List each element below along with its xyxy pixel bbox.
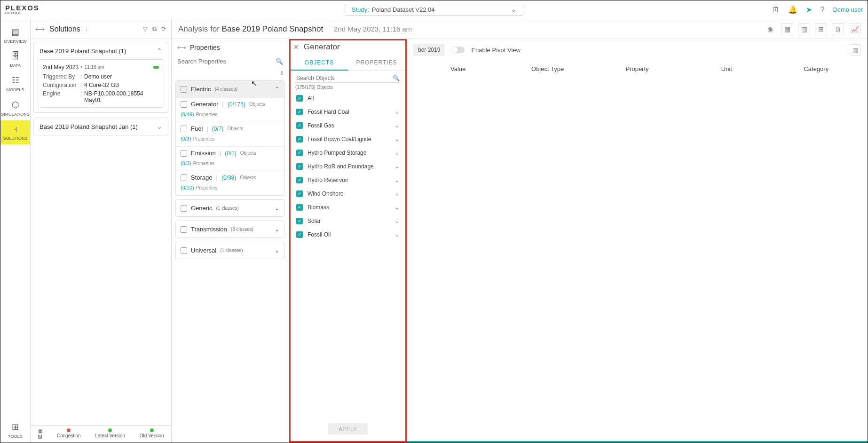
share-icon[interactable]: ➤ — [806, 5, 812, 14]
chevron-down-icon[interactable]: ⌄ — [395, 204, 400, 211]
object-row[interactable]: ✓Hydro Pumped Storage⌄ — [293, 146, 402, 159]
footer-old[interactable]: Old Version — [140, 428, 164, 440]
rail-overview[interactable]: ▤ OVERVIEW — [0, 23, 30, 47]
pivot-toggle[interactable] — [451, 47, 465, 53]
copy-icon[interactable]: ⧉ — [152, 25, 157, 33]
chevron-down-icon[interactable]: ⌄ — [395, 149, 400, 156]
class-storage[interactable]: Storage | (0/38) Objects (0/10)Propertie… — [176, 171, 284, 195]
chevron-down-icon[interactable]: ⌄ — [395, 163, 400, 170]
col-category[interactable]: Category — [772, 65, 861, 72]
checkbox[interactable] — [181, 205, 187, 212]
checkbox-checked[interactable]: ✓ — [296, 150, 303, 156]
rail-data[interactable]: 🗄 DATA — [0, 47, 30, 71]
footer-bi[interactable]: ▦BI — [38, 428, 42, 440]
col-property[interactable]: Property — [592, 65, 682, 72]
solution-header[interactable]: Base 2019 Poland Snapshot (1) ⌃ — [34, 42, 168, 59]
checkbox[interactable] — [181, 226, 187, 233]
object-row[interactable]: ✓Solar⌄ — [293, 214, 402, 228]
solution-header[interactable]: Base 2019 Poland Snapshot Jan (1) ⌄ — [34, 118, 168, 135]
dot-icon — [67, 428, 71, 432]
checkbox[interactable] — [181, 86, 187, 93]
checkbox-checked[interactable]: ✓ — [296, 190, 303, 197]
copy-icon[interactable]: 🗎 — [832, 23, 844, 35]
checkbox[interactable] — [181, 126, 187, 132]
rail-simulations[interactable]: ⬡ SIMULATIONS — [0, 96, 30, 120]
properties-search[interactable]: 🔍 — [176, 56, 284, 67]
checkbox-checked[interactable]: ✓ — [296, 95, 303, 102]
class-emission[interactable]: Emission | (0/1) Objects (0/3)Properties — [176, 146, 284, 171]
checkbox[interactable] — [181, 101, 187, 108]
category-header[interactable]: Electric (4 classes) ⌃ — [176, 81, 284, 97]
study-selector[interactable]: Study: Poland Dataset V22.04 ⌄ — [345, 4, 523, 16]
checkbox[interactable] — [181, 150, 187, 157]
checkbox[interactable] — [181, 174, 187, 181]
footer-latest[interactable]: Latest Version — [95, 428, 125, 440]
rail-models[interactable]: ☷ MODELS — [0, 71, 30, 96]
object-row[interactable]: ✓Hydro RoR and Poundage⌄ — [293, 159, 402, 173]
category-header[interactable]: Generic (1 classes) ⌄ — [176, 200, 284, 216]
expand-all-icon[interactable]: ⇕ — [172, 70, 289, 79]
object-row[interactable]: ✓Biomass⌄ — [293, 200, 402, 214]
category-header[interactable]: Transmission (3 classes) ⌄ — [176, 221, 284, 237]
checkbox-checked[interactable]: ✓ — [296, 218, 303, 224]
table-icon[interactable]: ▦ — [781, 23, 793, 35]
chevron-down-icon[interactable]: ⌄ — [395, 108, 400, 115]
tab-objects[interactable]: OBJECTS — [291, 55, 348, 71]
refresh-icon[interactable]: ⟳ — [161, 25, 166, 33]
checkbox-checked[interactable]: ✓ — [296, 177, 303, 183]
search-input[interactable] — [296, 75, 393, 81]
checkbox[interactable] — [181, 247, 187, 254]
checkbox-checked[interactable]: ✓ — [296, 109, 303, 115]
help-icon[interactable]: ? — [821, 6, 825, 14]
dot-icon — [150, 428, 154, 432]
chevron-down-icon[interactable]: ⌄ — [395, 231, 400, 238]
category-header[interactable]: Universal (1 classes) ⌄ — [176, 242, 284, 259]
chevron-down-icon[interactable]: ⌄ — [395, 217, 400, 224]
object-row[interactable]: ✓All — [293, 92, 402, 105]
solution-run[interactable]: 2nd May 2023 • 11:16 am Triggered By:Dem… — [38, 59, 164, 108]
checkbox-checked[interactable]: ✓ — [296, 231, 303, 238]
object-row[interactable]: ✓Wind Onshore⌄ — [293, 187, 402, 200]
object-row[interactable]: ✓Fossil Hard Coal⌄ — [293, 105, 402, 119]
pivot-icon[interactable]: ⊞ — [815, 23, 827, 35]
footer-congestion[interactable]: Congestion — [57, 428, 81, 440]
checkbox-checked[interactable]: ✓ — [296, 163, 303, 170]
chevron-down-icon[interactable]: ⌄ — [395, 135, 400, 142]
sliders-icon[interactable]: ⟷ — [177, 44, 186, 51]
class-generator[interactable]: Generator | (0/175) Objects (0/49)Proper… — [176, 97, 284, 122]
filter-icon[interactable]: ▽ — [143, 25, 148, 33]
chevron-down-icon[interactable]: ⌄ — [395, 176, 400, 183]
date-segment[interactable]: ber 2019 — [413, 44, 445, 56]
trend-icon[interactable]: 📈 — [849, 23, 861, 35]
tab-properties[interactable]: PROPERTIES — [348, 55, 405, 71]
object-row[interactable]: ✓Fossil Brown Coal/Lignite⌄ — [293, 132, 402, 146]
sliders-icon[interactable]: ⟷ — [35, 25, 45, 33]
close-icon[interactable]: ✕ — [293, 43, 299, 51]
checkbox-checked[interactable]: ✓ — [296, 204, 303, 211]
rail-tools[interactable]: ⊞ TOOLS — [0, 418, 30, 443]
chevron-down-icon[interactable]: ⌄ — [395, 122, 400, 129]
user-label[interactable]: Demo user — [833, 6, 863, 13]
chevron-down-icon[interactable]: ⌄ — [395, 190, 400, 197]
object-row[interactable]: ✓Hydro Reservoir⌄ — [293, 173, 402, 187]
object-row[interactable]: ✓Fossil Oil⌄ — [293, 228, 402, 241]
object-row[interactable]: ✓Fossil Gas⌄ — [293, 119, 402, 132]
columns-icon[interactable]: ▥ — [850, 44, 861, 55]
sort-icon[interactable]: ↓ — [85, 26, 88, 32]
col-value[interactable]: Value — [413, 65, 503, 72]
apply-button[interactable]: APPLY — [328, 423, 368, 435]
rail-solutions[interactable]: ⫞ SOLUTIONS — [0, 120, 30, 144]
class-fuel[interactable]: Fuel | (0/7) Objects (0/3)Properties — [176, 122, 284, 146]
bell-icon[interactable]: 🔔 — [788, 5, 797, 14]
col-objtype[interactable]: Object Type — [503, 65, 592, 72]
col-unit[interactable]: Unit — [682, 65, 771, 72]
checkbox-checked[interactable]: ✓ — [296, 122, 303, 129]
checkbox-checked[interactable]: ✓ — [296, 136, 303, 142]
category-count: (1 classes) — [220, 248, 243, 253]
search-input[interactable] — [177, 58, 276, 65]
objects-search[interactable]: 🔍 — [295, 74, 401, 83]
barchart-icon[interactable]: ▥ — [798, 23, 810, 35]
gift-icon[interactable]: 🗓 — [772, 6, 780, 14]
location-icon[interactable]: ◉ — [764, 23, 776, 35]
footer-label: Congestion — [57, 433, 81, 438]
